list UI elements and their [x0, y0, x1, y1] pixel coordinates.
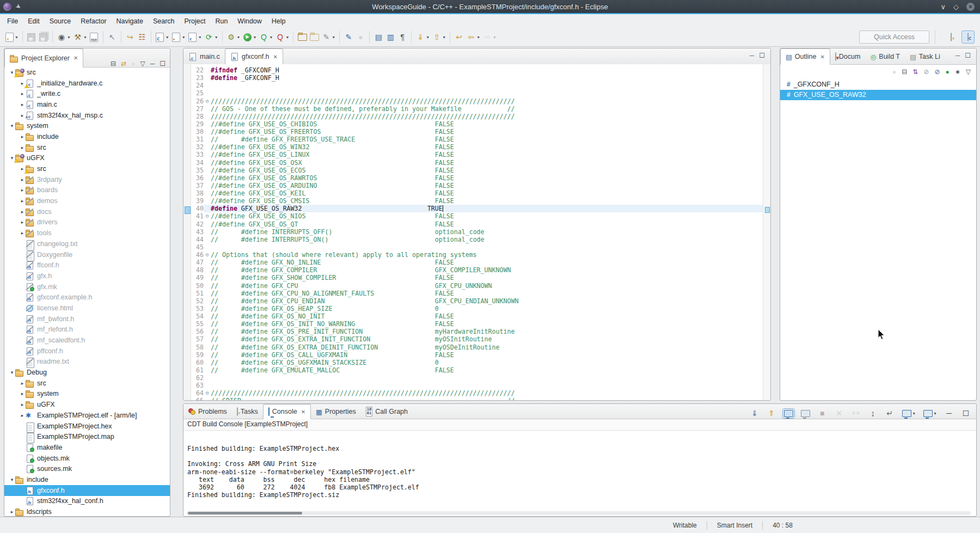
tree-item[interactable]: ▸tools [4, 228, 170, 238]
minimize-button[interactable]: ─ [750, 52, 755, 59]
code-line[interactable]: 63 [191, 382, 763, 389]
fold-icon[interactable]: ⊖ [204, 251, 211, 259]
tree-item[interactable]: ▸boards [4, 185, 170, 196]
tab-build-t[interactable]: ◎Build T [865, 49, 905, 64]
tab-project-explorer[interactable]: Project Explorer ✕ [4, 48, 83, 68]
tree-item[interactable]: ▸.cmain.c [4, 99, 170, 110]
dropdown-arrow-icon[interactable]: ▼ [426, 35, 430, 39]
overview-ruler[interactable] [763, 64, 770, 400]
dropdown-arrow-icon[interactable]: ▼ [198, 35, 202, 39]
code-line[interactable]: 33//#define GFX_USE_OS_LINUX FALSE [191, 151, 763, 158]
tree-item[interactable]: readme.txt [4, 357, 170, 367]
dim-dot-button[interactable]: ● [354, 30, 366, 44]
tree-item[interactable]: .hpffconf.h [4, 346, 170, 357]
open-perspective-button[interactable]: + [945, 31, 957, 43]
tree-item[interactable]: .hgfxconf.h [4, 485, 170, 496]
exclude-pencil-button[interactable]: ✎▼ [320, 30, 336, 44]
expand-arrow-icon[interactable]: ▸ [19, 230, 26, 236]
code-area[interactable]: 22#ifndef _GFXCONF_H23#define _GFXCONF_H… [191, 66, 763, 400]
code-line[interactable]: 44// #define INTERRUPTS_ON() optional_co… [191, 236, 763, 243]
expand-arrow-icon[interactable]: ▸ [19, 102, 26, 107]
hide-fields-button[interactable]: ⊘ [923, 69, 929, 75]
code-line[interactable]: 36//#define GFX_USE_OS_RAWRTOS FALSE [191, 174, 763, 182]
code-line[interactable]: 61// #define GFX_EMULATE_MALLOC FALSE [191, 366, 763, 374]
dropdown-arrow-icon[interactable]: ▼ [83, 35, 87, 39]
tree-item[interactable]: ▸.c_initialize_hardware.c [4, 78, 170, 89]
word-wrap-button[interactable]: ↵ [884, 408, 896, 419]
tree-item[interactable]: ▾src [4, 67, 170, 78]
tree-item[interactable]: ▸src [4, 378, 170, 389]
annotation-ruler[interactable] [183, 64, 191, 400]
external-tools-button[interactable]: Q▼ [274, 30, 290, 44]
dropdown-arrow-icon[interactable]: ▼ [215, 35, 218, 39]
show-whitespace-button[interactable]: ¶ [396, 30, 408, 44]
code-line[interactable]: 24 [191, 82, 763, 89]
restore-button[interactable]: ◇ [953, 3, 959, 10]
code-line[interactable]: 49// #define GFX_SHOW_COMPILER FALSE [191, 274, 763, 281]
open-console-button[interactable]: ▼ [922, 408, 938, 419]
view-menu-button[interactable]: ▽ [140, 60, 145, 67]
custom-filters-button[interactable]: ∗ [955, 69, 960, 75]
fold-icon[interactable]: ⊖ [204, 212, 211, 220]
tree-item[interactable]: ▾Debug [4, 367, 170, 378]
tree-item[interactable]: ▸ldscripts [4, 506, 170, 516]
outline-item[interactable]: #GFX_USE_OS_RAW32 [780, 90, 976, 101]
focus-dot-button[interactable]: ● [131, 60, 135, 67]
select-tool-button[interactable]: ↖ [106, 30, 118, 44]
maximize-button[interactable]: ☐ [965, 52, 971, 59]
expand-arrow-icon[interactable]: ▸ [9, 509, 15, 514]
show-macro-expansion-button[interactable]: ▥ [384, 30, 396, 44]
code-line[interactable]: 43// #define INTERRUPTS_OFF() optional_c… [191, 228, 763, 236]
menu-source[interactable]: Source [45, 16, 76, 27]
code-line[interactable]: 37//#define GFX_USE_OS_ARDUINO FALSE [191, 182, 763, 189]
new-folder-button[interactable]: ▸▼ [170, 30, 187, 44]
tree-item[interactable]: .hmf_bwfont.h [4, 314, 170, 324]
tree-item[interactable]: ▸src [4, 142, 170, 153]
tree-item[interactable]: license.html [4, 303, 170, 314]
code-line[interactable]: 54// #define GFX_OS_NO_INIT FALSE [191, 313, 763, 320]
tree-item[interactable]: ▸.c_write.c [4, 88, 170, 99]
tree-item[interactable]: ▸include [4, 131, 170, 142]
tree-item[interactable]: .hmf_scaledfont.h [4, 335, 170, 346]
minimize-button[interactable]: ─ [955, 52, 960, 59]
tab-outline[interactable]: ▤Outline✕ [780, 48, 830, 65]
code-line[interactable]: 25 [191, 89, 763, 97]
dropdown-arrow-icon[interactable]: ▼ [182, 35, 186, 39]
console-output[interactable]: Finished building: ExampleSTMProject.hex… [183, 445, 976, 511]
code-line[interactable]: 35//#define GFX_USE_OS_ECOS FALSE [191, 167, 763, 174]
code-line[interactable]: 65// GDISP // [191, 397, 763, 400]
menu-file[interactable]: File [2, 16, 23, 27]
maximize-button[interactable]: ☐ [759, 52, 765, 59]
sort-button[interactable]: ⇅ [912, 69, 918, 75]
tree-item[interactable]: ▸.c↗stm32f4xx_hal_msp.c [4, 110, 170, 121]
maximize-button[interactable]: ☐ [160, 60, 166, 67]
tab-task-li[interactable]: ▤Task Li [905, 49, 945, 64]
code-line[interactable]: 48// #define GFX_COMPILER GFX_COMPILER_U… [191, 266, 763, 274]
tree-item[interactable]: objects.mk [4, 453, 170, 464]
menu-help[interactable]: Help [267, 16, 291, 27]
show-console-button[interactable] [782, 408, 794, 419]
expand-arrow-icon[interactable]: ▸ [19, 402, 26, 407]
menu-window[interactable]: Window [232, 16, 266, 27]
fold-icon[interactable]: ⊖ [204, 97, 211, 105]
editor-tab-main-c[interactable]: .cmain.c [183, 49, 225, 64]
cpp-perspective-button[interactable]: C [961, 30, 975, 44]
prev-page-button[interactable]: ⇑ [765, 408, 777, 419]
dropdown-arrow-icon[interactable]: ▼ [933, 412, 937, 415]
expand-arrow-icon[interactable]: ▸ [19, 134, 26, 139]
code-line[interactable]: 51// #define GFX_CPU_NO_ALIGNMENT_FAULTS… [191, 290, 763, 297]
close-icon[interactable]: ✕ [301, 409, 305, 415]
close-icon[interactable]: ✕ [273, 54, 278, 60]
code-line[interactable]: 41⊖//#define GFX_USE_OS_NIOS FALSE [191, 212, 763, 220]
tree-item[interactable]: .hgfx.h [4, 271, 170, 281]
tree-item[interactable]: changelog.txt [4, 238, 170, 249]
editor-body[interactable]: 22#ifndef _GFXCONF_H23#define _GFXCONF_H… [183, 64, 770, 400]
refresh-button[interactable]: ⟳▼ [203, 30, 219, 44]
code-line[interactable]: 58// #define GFX_OS_EXTRA_DEINIT_FUNCTIO… [191, 344, 763, 351]
code-line[interactable]: 31// #define GFX_FREERTOS_USE_TRACE FALS… [191, 136, 763, 143]
menu-refactor[interactable]: Refactor [76, 16, 111, 27]
redo-arrow-button[interactable]: ↪ [124, 30, 136, 44]
menu-navigate[interactable]: Navigate [112, 16, 148, 27]
tree-item[interactable]: ▸src [4, 163, 170, 174]
editor-tab-gfxconf-h[interactable]: .hgfxconf.h✕ [225, 48, 283, 65]
